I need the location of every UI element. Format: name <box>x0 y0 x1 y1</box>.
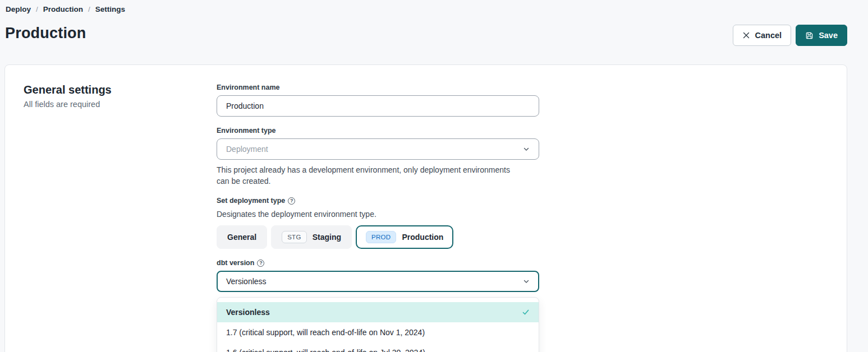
deployment-type-staging-label: Staging <box>313 233 341 242</box>
save-button-label: Save <box>819 31 838 40</box>
prod-badge: PROD <box>366 231 396 243</box>
dropdown-option-label: 1.6 (critical support, will reach end-of… <box>226 348 425 352</box>
deployment-type-staging-button[interactable]: STG Staging <box>271 225 352 249</box>
settings-form: Environment name Environment type Deploy… <box>217 84 539 352</box>
environment-name-group: Environment name <box>217 84 539 117</box>
breadcrumb-separator: / <box>88 5 90 13</box>
page-title: Production <box>5 25 86 42</box>
dbt-version-value: Versionless <box>226 277 267 286</box>
breadcrumb: Deploy / Production / Settings <box>6 5 125 13</box>
deployment-type-options: General STG Staging PROD Production <box>217 225 539 249</box>
section-subtitle: All fields are required <box>24 100 112 109</box>
save-button[interactable]: Save <box>796 25 847 46</box>
dropdown-option-label: 1.7 (critical support, will reach end-of… <box>226 328 425 337</box>
check-icon <box>522 308 530 316</box>
save-disk-icon <box>805 31 814 40</box>
environment-type-group: Environment type Deployment This project… <box>217 127 539 187</box>
dbt-version-label-text: dbt version <box>217 259 254 267</box>
breadcrumb-deploy[interactable]: Deploy <box>6 5 31 13</box>
dbt-version-select[interactable]: Versionless <box>217 271 539 292</box>
deployment-type-label: Set deployment type <box>217 197 539 205</box>
environment-name-label: Environment name <box>217 84 539 91</box>
environment-type-helper: This project already has a development e… <box>217 164 522 187</box>
dbt-version-group: dbt version Versionless Versionless <box>217 259 539 352</box>
deployment-type-general-label: General <box>227 233 256 242</box>
cancel-button[interactable]: Cancel <box>733 25 792 46</box>
dropdown-option-label: Versionless <box>226 308 270 317</box>
cancel-button-label: Cancel <box>755 31 782 40</box>
section-header: General settings All fields are required <box>24 84 112 109</box>
close-icon <box>742 31 750 39</box>
environment-type-value: Deployment <box>226 145 268 154</box>
deployment-type-production-button[interactable]: PROD Production <box>356 225 453 249</box>
help-icon[interactable] <box>288 197 295 205</box>
deployment-type-helper: Designates the deployment environment ty… <box>217 209 522 220</box>
section-title: General settings <box>24 84 112 96</box>
chevron-down-icon <box>523 146 530 152</box>
general-settings-card: General settings All fields are required… <box>4 64 847 352</box>
environment-type-select[interactable]: Deployment <box>217 138 539 160</box>
dropdown-option-versionless[interactable]: Versionless <box>217 302 539 322</box>
staging-badge: STG <box>282 231 307 243</box>
breadcrumb-separator: / <box>36 5 38 13</box>
dropdown-option-1-7[interactable]: 1.7 (critical support, will reach end-of… <box>217 322 539 342</box>
dbt-version-dropdown: Versionless 1.7 (critical support, will … <box>217 297 539 352</box>
breadcrumb-settings[interactable]: Settings <box>95 5 125 13</box>
dbt-version-label: dbt version <box>217 259 539 267</box>
deployment-type-label-text: Set deployment type <box>217 197 285 205</box>
deployment-type-group: Set deployment type Designates the deplo… <box>217 197 539 249</box>
deployment-type-production-label: Production <box>402 233 443 242</box>
help-icon[interactable] <box>257 260 264 267</box>
chevron-down-icon <box>523 278 530 285</box>
environment-settings-page: Deploy / Production / Settings Productio… <box>0 0 868 352</box>
environment-name-input[interactable] <box>217 95 539 117</box>
deployment-type-general-button[interactable]: General <box>217 225 267 249</box>
environment-type-label: Environment type <box>217 127 539 135</box>
header-actions: Cancel Save <box>733 25 847 46</box>
dropdown-option-1-6[interactable]: 1.6 (critical support, will reach end-of… <box>217 342 539 352</box>
breadcrumb-production[interactable]: Production <box>43 5 83 13</box>
